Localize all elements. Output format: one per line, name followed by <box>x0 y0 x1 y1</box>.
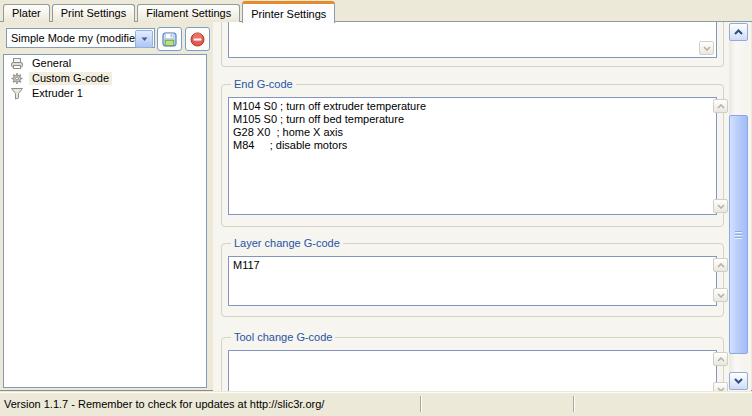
end-gcode-group-label: End G-code <box>231 77 296 91</box>
funnel-icon <box>10 87 25 100</box>
panel-scrollbar[interactable] <box>729 23 748 390</box>
tab-bar: Plater Print Settings Filament Settings … <box>0 0 752 22</box>
scroll-up-icon[interactable] <box>729 23 748 41</box>
tab-printer-settings[interactable]: Printer Settings <box>242 1 335 23</box>
status-version-text: Version 1.1.7 - Remember to check for up… <box>4 393 324 415</box>
layer-change-gcode-textarea[interactable]: M117 <box>228 256 717 306</box>
delete-minus-icon <box>190 32 205 47</box>
scrollbar-grip <box>735 231 742 239</box>
tab-plater[interactable]: Plater <box>3 4 50 22</box>
textarea-scroll-down-icon[interactable] <box>713 199 728 213</box>
save-floppy-icon <box>162 32 177 47</box>
custom-gcode-panel: End G-code M104 S0 ; turn off extruder t… <box>213 22 751 391</box>
textarea-scroll-up-icon[interactable] <box>713 99 728 113</box>
textarea-scroll-down-icon[interactable] <box>713 288 728 302</box>
textarea-scroll-up-icon[interactable] <box>713 352 728 366</box>
chevron-down-icon[interactable] <box>135 30 153 48</box>
settings-tree[interactable]: General Custom G-code <box>3 54 207 388</box>
tree-item-label: Custom G-code <box>29 72 112 85</box>
slic3r-window: Plater Print Settings Filament Settings … <box>0 0 752 416</box>
layer-change-gcode-group-label: Layer change G-code <box>231 236 343 250</box>
start-gcode-textarea[interactable] <box>228 22 717 58</box>
tool-change-gcode-group-label: Tool change G-code <box>231 330 335 344</box>
end-gcode-textarea[interactable]: M104 S0 ; turn off extruder temperature … <box>228 97 717 215</box>
printer-icon <box>10 57 25 70</box>
delete-preset-button[interactable] <box>185 27 210 51</box>
status-bar: Version 1.1.7 - Remember to check for up… <box>0 392 752 416</box>
tab-print-settings[interactable]: Print Settings <box>52 4 135 22</box>
tree-item-label: General <box>29 57 74 70</box>
tab-filament-settings[interactable]: Filament Settings <box>137 4 240 22</box>
textarea-scroll-down-icon[interactable] <box>699 41 714 55</box>
tree-item-extruder-1[interactable]: Extruder 1 <box>10 86 206 100</box>
status-bar-divider <box>420 396 422 412</box>
status-bar-divider <box>573 396 575 412</box>
textarea-scroll-down-icon[interactable] <box>713 382 728 391</box>
tree-item-custom-gcode[interactable]: Custom G-code <box>10 71 206 85</box>
save-preset-button[interactable] <box>157 27 182 51</box>
gear-icon <box>10 72 25 85</box>
scrollbar-thumb[interactable] <box>729 115 748 354</box>
tool-change-gcode-textarea[interactable] <box>228 350 717 391</box>
scroll-down-icon[interactable] <box>729 372 748 390</box>
tree-item-general[interactable]: General <box>10 56 206 70</box>
preset-combobox-value: Simple Mode my (modified) <box>11 29 145 47</box>
tree-item-label: Extruder 1 <box>29 87 86 100</box>
textarea-scroll-up-icon[interactable] <box>713 258 728 272</box>
preset-combobox[interactable]: Simple Mode my (modified) <box>6 28 155 48</box>
